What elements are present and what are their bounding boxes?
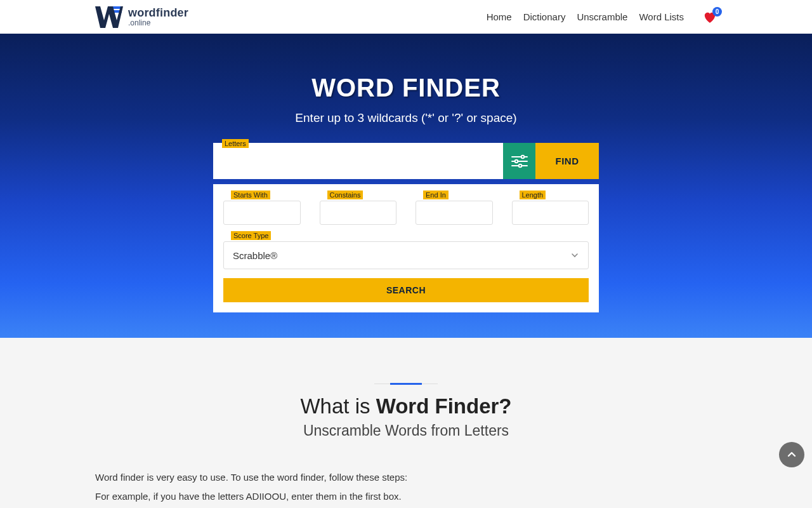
info-section: What is Word Finder? Unscramble Words fr…	[0, 338, 812, 504]
divider	[374, 384, 438, 384]
letters-field: Letters	[213, 143, 503, 179]
contains-field: Constains	[320, 201, 397, 225]
logo-text: wordfinder .online	[128, 7, 188, 27]
info-subheading: Unscramble Words from Letters	[95, 422, 717, 439]
filter-toggle-button[interactable]	[503, 143, 535, 179]
nav-unscramble[interactable]: Unscramble	[577, 11, 627, 22]
length-field: Length	[512, 201, 589, 225]
scroll-top-button[interactable]	[779, 442, 804, 467]
svg-point-3	[521, 155, 524, 158]
score-type-label: Score Type	[231, 231, 271, 240]
info-body: Word finder is very easy to use. To use …	[95, 470, 717, 504]
contains-input[interactable]	[320, 201, 397, 225]
advanced-panel: Starts With Constains End In Length Scor…	[213, 184, 599, 312]
nav: Home Dictionary Unscramble Word Lists 0	[487, 11, 717, 23]
hero: WORD FINDER Enter up to 3 wildcards ('*'…	[0, 34, 812, 338]
length-input[interactable]	[512, 201, 589, 225]
favorites-badge: 0	[712, 7, 722, 17]
nav-dictionary[interactable]: Dictionary	[523, 11, 566, 22]
info-heading-bold: Word Finder?	[376, 394, 512, 418]
logo-icon	[95, 6, 123, 28]
score-type-select[interactable]: Scrabble®	[223, 241, 589, 269]
chevron-up-icon	[786, 449, 797, 460]
find-button[interactable]: FIND	[535, 143, 599, 179]
info-heading: What is Word Finder?	[95, 394, 717, 418]
end-in-label: End In	[423, 190, 449, 199]
letters-input[interactable]	[213, 143, 503, 179]
nav-home[interactable]: Home	[487, 11, 512, 22]
favorites-button[interactable]: 0	[703, 11, 717, 23]
page-title: WORD FINDER	[213, 74, 599, 102]
starts-with-field: Starts With	[223, 201, 301, 225]
starts-with-input[interactable]	[223, 201, 301, 225]
chevron-down-icon	[570, 251, 579, 260]
info-heading-prefix: What is	[300, 394, 376, 418]
sliders-icon	[511, 154, 528, 168]
page-subtitle: Enter up to 3 wildcards ('*' or '?' or s…	[213, 111, 599, 125]
nav-word-lists[interactable]: Word Lists	[639, 11, 684, 22]
search-row: Letters FIND	[213, 143, 599, 179]
end-in-input[interactable]	[416, 201, 493, 225]
svg-point-5	[514, 159, 518, 163]
svg-point-7	[518, 164, 521, 167]
end-in-field: End In	[416, 201, 493, 225]
logo[interactable]: wordfinder .online	[95, 6, 188, 28]
score-type-value: Scrabble®	[233, 250, 277, 261]
info-paragraph: Word finder is very easy to use. To use …	[95, 470, 717, 485]
contains-label: Constains	[327, 190, 363, 199]
starts-with-label: Starts With	[231, 190, 270, 199]
length-label: Length	[520, 190, 546, 199]
logo-main-text: wordfinder	[128, 7, 188, 18]
logo-sub-text: .online	[128, 19, 188, 27]
header: wordfinder .online Home Dictionary Unscr…	[0, 0, 812, 34]
search-button[interactable]: SEARCH	[223, 278, 589, 302]
letters-label: Letters	[222, 139, 249, 148]
info-paragraph: For example, if you have the letters ADI…	[95, 489, 717, 504]
